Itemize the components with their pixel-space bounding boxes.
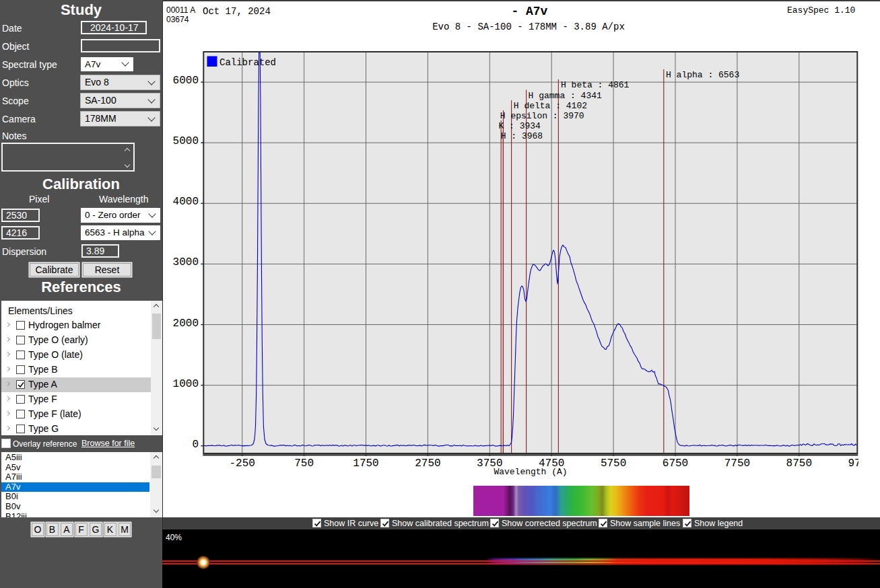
svg-text:-250: -250 [229, 457, 255, 470]
svg-text:H delta : 4102: H delta : 4102 [514, 101, 587, 111]
svg-text:8750: 8750 [786, 457, 812, 470]
svg-text:Calibrated: Calibrated [219, 57, 276, 68]
svg-text:7750: 7750 [724, 457, 750, 470]
svg-text:750: 750 [294, 457, 314, 470]
svg-text:2000: 2000 [173, 318, 199, 330]
svg-text:H beta : 4861: H beta : 4861 [561, 80, 630, 90]
svg-text:9750: 9750 [848, 457, 858, 470]
svg-text:1000: 1000 [173, 378, 199, 390]
svg-text:5000: 5000 [173, 135, 199, 147]
svg-text:H gamma : 4341: H gamma : 4341 [529, 91, 602, 101]
svg-text:4000: 4000 [173, 196, 199, 208]
svg-text:3000: 3000 [173, 256, 199, 268]
svg-text:6750: 6750 [663, 457, 688, 470]
svg-text:6000: 6000 [173, 75, 199, 87]
svg-text:Wavelength (A): Wavelength (A) [494, 467, 567, 477]
svg-text:H : 3968: H : 3968 [501, 131, 543, 141]
svg-text:K : 3934: K : 3934 [499, 121, 541, 131]
svg-text:1750: 1750 [353, 457, 378, 470]
svg-text:0: 0 [192, 439, 199, 451]
svg-text:H alpha : 6563: H alpha : 6563 [666, 70, 739, 80]
svg-text:H epsilon : 3970: H epsilon : 3970 [500, 111, 584, 121]
svg-text:2750: 2750 [415, 457, 440, 470]
svg-text:5750: 5750 [601, 457, 626, 470]
